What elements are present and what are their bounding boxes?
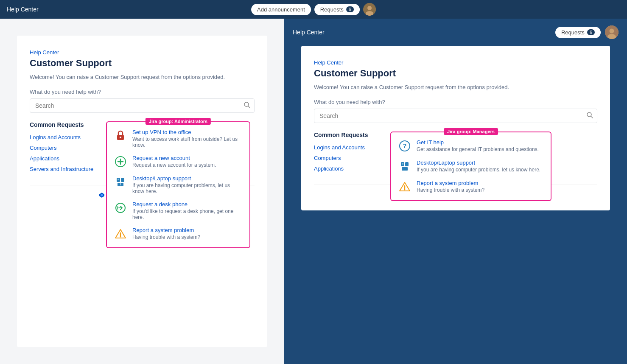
left-vpn-icon (114, 129, 127, 143)
right-it-icon: ? (398, 139, 411, 153)
right-panel: Help Center Requests 6 Help Center Custo… (284, 19, 627, 364)
left-request-item-desktop: Desktop/Laptop support If you are having… (114, 175, 243, 194)
sidebar-link-logins[interactable]: Logins and Accounts (30, 134, 98, 140)
right-sidebar: Common Requests Logins and Accounts Comp… (314, 132, 382, 176)
left-search-label: What do you need help with? (30, 89, 255, 95)
left-common-requests-title: Common Requests (30, 121, 98, 128)
left-desktop-title[interactable]: Desktop/Laptop support (132, 175, 243, 182)
right-requests-button[interactable]: Requests 6 (555, 27, 601, 38)
left-vpn-desc: Want to access work stuff from outside? … (132, 136, 243, 148)
right-sidebar-link-logins[interactable]: Logins and Accounts (314, 144, 382, 151)
right-welcome-text: Welcome! You can raise a Customer Suppor… (314, 84, 597, 90)
svg-line-25 (591, 116, 593, 118)
right-requests-badge: 6 (587, 29, 595, 35)
right-common-requests-title: Common Requests (314, 132, 382, 138)
svg-point-29 (402, 163, 403, 165)
left-phone-desc: If you'd like to request a desk phone, g… (132, 208, 243, 220)
svg-point-18 (120, 236, 121, 238)
svg-rect-6 (120, 137, 121, 138)
right-sidebar-link-computers[interactable]: Computers (314, 155, 382, 161)
left-request-item-system: Report a system problem Having trouble w… (114, 227, 243, 241)
svg-point-11 (118, 179, 119, 180)
right-page-title: Customer Support (314, 68, 597, 79)
right-card-container: Jira group: Managers ? Get IT help (382, 132, 597, 176)
left-account-icon (114, 155, 127, 168)
sidebar-link-applications[interactable]: Applications (30, 155, 98, 162)
right-desktop-icon (398, 160, 411, 173)
right-user-avatar[interactable] (605, 25, 619, 39)
requests-badge: 6 (346, 6, 354, 12)
right-avatar-icon (605, 25, 619, 39)
right-search-icon (586, 112, 593, 120)
left-system-text: Report a system problem Having trouble w… (132, 227, 200, 240)
left-system-desc: Having trouble with a system? (132, 234, 200, 240)
right-system-title[interactable]: Report a system problem (417, 180, 484, 186)
right-desktop-title[interactable]: Desktop/Laptop support (417, 160, 540, 166)
left-sidebar: Common Requests Logins and Accounts Comp… (30, 121, 98, 176)
right-it-title[interactable]: Get IT help (417, 139, 539, 146)
right-it-desc: Get assistance for general IT problems a… (417, 146, 539, 152)
avatar-icon (363, 3, 376, 16)
left-panel: Help Center Customer Support Welcome! Yo… (0, 19, 284, 364)
left-vpn-text: Set up VPN to the office Want to access … (132, 129, 243, 148)
top-nav: Help Center Add announcement Requests 6 (0, 0, 627, 19)
sidebar-link-servers[interactable]: Servers and Infrastructure (30, 166, 98, 172)
right-header-label: Help Center (293, 29, 325, 36)
right-sidebar-link-applications[interactable]: Applications (314, 165, 382, 172)
left-account-desc: Request a new account for a system. (132, 162, 216, 168)
requests-button[interactable]: Requests 6 (314, 4, 360, 15)
user-avatar[interactable] (363, 3, 376, 16)
right-system-icon (398, 180, 411, 193)
left-desktop-icon (114, 175, 127, 189)
right-request-item-it: ? Get IT help Get assistance for general… (398, 139, 544, 153)
app-title: Help Center (7, 6, 39, 13)
left-desktop-text: Desktop/Laptop support If you are having… (132, 175, 243, 194)
left-jira-group-card: Jira group: Administrators (106, 121, 250, 248)
left-phone-icon (114, 201, 127, 215)
left-desktop-desc: If you are having computer problems, let… (132, 182, 243, 194)
sidebar-link-computers[interactable]: Computers (30, 145, 98, 151)
right-system-text: Report a system problem Having trouble w… (417, 180, 484, 193)
svg-point-1 (367, 6, 372, 10)
right-desktop-desc: If you are having computer problems, let… (417, 167, 540, 173)
left-search-icon (244, 101, 250, 110)
left-search-input[interactable] (30, 98, 255, 113)
right-search-label: What do you need help with? (314, 99, 597, 105)
right-request-item-desktop: Desktop/Laptop support If you are having… (398, 160, 544, 173)
requests-label: Requests (320, 6, 344, 13)
left-search-wrapper (30, 98, 255, 113)
main-layout: Help Center Customer Support Welcome! Yo… (0, 19, 627, 364)
left-system-title[interactable]: Report a system problem (132, 227, 200, 233)
left-phone-title[interactable]: Request a desk phone (132, 201, 243, 207)
left-vpn-title[interactable]: Set up VPN to the office (132, 129, 243, 135)
left-account-text: Request a new account Request a new acco… (132, 155, 216, 168)
right-system-desc: Having trouble with a system? (417, 187, 484, 193)
left-panel-inner: Help Center Customer Support Welcome! Yo… (17, 36, 267, 347)
right-header-actions: Requests 6 (555, 25, 619, 39)
add-announcement-button[interactable]: Add announcement (251, 4, 311, 15)
right-jira-group-card: Jira group: Managers ? Get IT help (390, 132, 551, 201)
right-search-wrapper (314, 109, 597, 123)
svg-text:?: ? (403, 143, 407, 149)
right-content-area: Common Requests Logins and Accounts Comp… (314, 132, 597, 176)
nav-actions: Add announcement Requests 6 (251, 3, 376, 16)
left-account-title[interactable]: Request a new account (132, 155, 216, 161)
svg-rect-30 (405, 162, 409, 166)
jsm-logo-left (99, 192, 105, 198)
left-content-area: Common Requests Logins and Accounts Comp… (30, 121, 255, 176)
right-panel-content: Help Center Customer Support Welcome! Yo… (301, 46, 610, 210)
left-welcome-text: Welcome! You can raise a Customer Suppor… (30, 74, 255, 80)
left-request-item-account: Request a new account Request a new acco… (114, 155, 243, 168)
left-breadcrumb[interactable]: Help Center (30, 49, 59, 56)
right-search-input[interactable] (314, 109, 597, 123)
right-request-item-system: Report a system problem Having trouble w… (398, 180, 544, 193)
svg-rect-31 (402, 167, 408, 171)
svg-point-34 (404, 189, 406, 190)
left-card-container: Jira group: Administrators (98, 121, 255, 176)
svg-rect-12 (121, 178, 124, 182)
right-panel-header: Help Center Requests 6 (284, 19, 627, 46)
left-request-item-phone: Request a desk phone If you'd like to re… (114, 201, 243, 220)
right-requests-label: Requests (561, 29, 585, 36)
right-breadcrumb[interactable]: Help Center (314, 59, 343, 66)
right-jira-badge: Jira group: Managers (444, 128, 498, 135)
